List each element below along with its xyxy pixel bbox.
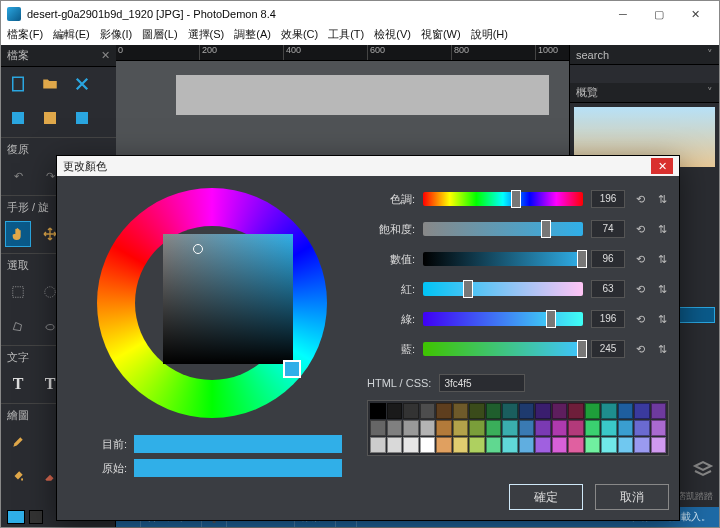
close-button[interactable]: ✕: [677, 1, 713, 27]
rect-select-tool[interactable]: [5, 279, 31, 305]
swatch[interactable]: [469, 420, 485, 436]
hue-value[interactable]: 196: [591, 190, 625, 208]
current-swatch[interactable]: [133, 434, 343, 454]
swatch[interactable]: [651, 420, 667, 436]
swatch[interactable]: [601, 403, 617, 419]
reset-icon[interactable]: ⟲: [633, 282, 647, 296]
undo-icon[interactable]: ↶: [5, 163, 31, 189]
g-slider[interactable]: [423, 312, 583, 326]
menu-view[interactable]: 檢視(V): [374, 27, 411, 45]
swatch[interactable]: [387, 437, 403, 453]
reset-icon[interactable]: ⟲: [633, 342, 647, 356]
val-value[interactable]: 96: [591, 250, 625, 268]
swatch[interactable]: [502, 403, 518, 419]
layer-stack-icon-3[interactable]: [691, 457, 715, 481]
swatch[interactable]: [403, 437, 419, 453]
swatch[interactable]: [535, 403, 551, 419]
b-slider[interactable]: [423, 342, 583, 356]
new-file-icon[interactable]: [5, 71, 31, 97]
b-value[interactable]: 245: [591, 340, 625, 358]
swatch[interactable]: [453, 420, 469, 436]
hue-slider[interactable]: [423, 192, 583, 206]
swatch[interactable]: [585, 437, 601, 453]
menu-window[interactable]: 視窗(W): [421, 27, 461, 45]
bucket-tool[interactable]: [5, 463, 31, 489]
swatch[interactable]: [486, 403, 502, 419]
swatch[interactable]: [436, 403, 452, 419]
swatch[interactable]: [387, 420, 403, 436]
swatch[interactable]: [585, 420, 601, 436]
menu-layer[interactable]: 圖層(L): [142, 27, 177, 45]
swatch[interactable]: [420, 420, 436, 436]
swatch[interactable]: [370, 420, 386, 436]
swatch[interactable]: [453, 403, 469, 419]
stepper-icon[interactable]: ⇅: [655, 342, 669, 356]
reset-icon[interactable]: ⟲: [633, 252, 647, 266]
save-icon[interactable]: [5, 105, 31, 131]
swatch[interactable]: [634, 403, 650, 419]
menu-effect[interactable]: 效果(C): [281, 27, 318, 45]
swatch[interactable]: [618, 403, 634, 419]
swatch[interactable]: [634, 420, 650, 436]
ok-button[interactable]: 確定: [509, 484, 583, 510]
sv-marker[interactable]: [193, 244, 203, 254]
swatch[interactable]: [486, 437, 502, 453]
swatch[interactable]: [618, 420, 634, 436]
dialog-close-button[interactable]: ✕: [651, 158, 673, 174]
swatch[interactable]: [519, 403, 535, 419]
dialog-titlebar[interactable]: 更改顏色 ✕: [57, 156, 679, 176]
swatch[interactable]: [568, 437, 584, 453]
original-swatch[interactable]: [133, 458, 343, 478]
chevron-down-icon[interactable]: ˅: [707, 86, 713, 99]
swatch[interactable]: [585, 403, 601, 419]
hue-ring-marker[interactable]: [283, 360, 301, 378]
menu-tools[interactable]: 工具(T): [328, 27, 364, 45]
menu-edit[interactable]: 編輯(E): [53, 27, 90, 45]
pencil-tool[interactable]: [5, 429, 31, 455]
val-slider[interactable]: [423, 252, 583, 266]
close-file-icon[interactable]: [69, 71, 95, 97]
g-value[interactable]: 196: [591, 310, 625, 328]
swatch[interactable]: [403, 403, 419, 419]
menu-image[interactable]: 影像(I): [100, 27, 132, 45]
reset-icon[interactable]: ⟲: [633, 312, 647, 326]
sat-val-box[interactable]: [163, 234, 293, 364]
r-value[interactable]: 63: [591, 280, 625, 298]
swatch[interactable]: [601, 437, 617, 453]
stepper-icon[interactable]: ⇅: [655, 282, 669, 296]
hex-input[interactable]: [439, 374, 525, 392]
menu-help[interactable]: 說明(H): [471, 27, 508, 45]
stepper-icon[interactable]: ⇅: [655, 252, 669, 266]
maximize-button[interactable]: ▢: [641, 1, 677, 27]
open-folder-icon[interactable]: [37, 71, 63, 97]
poly-select-tool[interactable]: [5, 313, 31, 339]
swatch[interactable]: [535, 437, 551, 453]
swatch[interactable]: [370, 437, 386, 453]
text-tool[interactable]: T: [5, 371, 31, 397]
swatch[interactable]: [453, 437, 469, 453]
swatch[interactable]: [552, 420, 568, 436]
swatch[interactable]: [568, 403, 584, 419]
swatch[interactable]: [552, 403, 568, 419]
stepper-icon[interactable]: ⇅: [655, 312, 669, 326]
fg-swatch[interactable]: [7, 510, 25, 524]
hand-tool[interactable]: [5, 221, 31, 247]
swatch[interactable]: [502, 437, 518, 453]
swatch[interactable]: [469, 403, 485, 419]
bg-swatch[interactable]: [29, 510, 43, 524]
swatch[interactable]: [420, 403, 436, 419]
swatch[interactable]: [436, 420, 452, 436]
swatch[interactable]: [370, 403, 386, 419]
swatch[interactable]: [568, 420, 584, 436]
swatch[interactable]: [436, 437, 452, 453]
minimize-button[interactable]: ─: [605, 1, 641, 27]
swatch[interactable]: [387, 403, 403, 419]
save-as-icon[interactable]: [69, 105, 95, 131]
swatch[interactable]: [618, 437, 634, 453]
swatch[interactable]: [502, 420, 518, 436]
stepper-icon[interactable]: ⇅: [655, 192, 669, 206]
menu-file[interactable]: 檔案(F): [7, 27, 43, 45]
sat-value[interactable]: 74: [591, 220, 625, 238]
stepper-icon[interactable]: ⇅: [655, 222, 669, 236]
reset-icon[interactable]: ⟲: [633, 192, 647, 206]
